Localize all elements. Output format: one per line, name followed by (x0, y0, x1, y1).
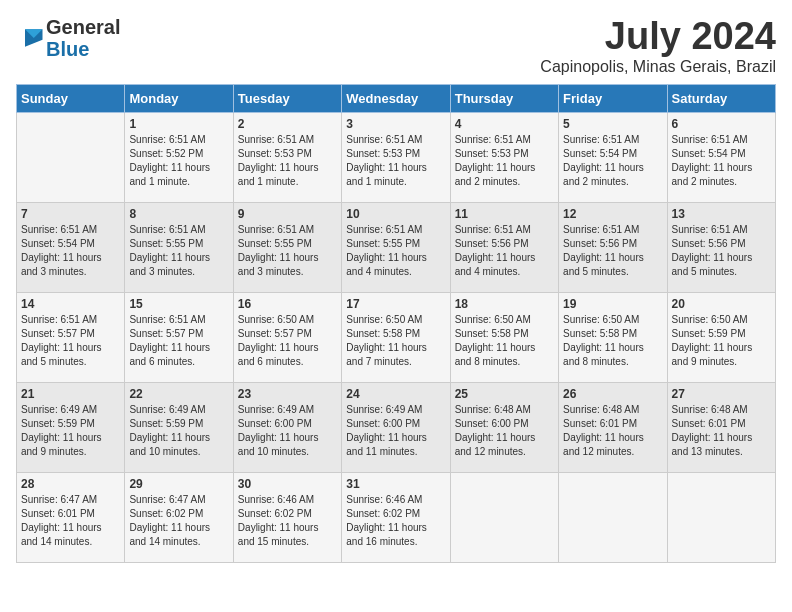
day-number: 29 (129, 477, 228, 491)
cell-info: Sunrise: 6:48 AMSunset: 6:01 PMDaylight:… (563, 403, 662, 459)
cell-info: Sunrise: 6:51 AMSunset: 5:56 PMDaylight:… (672, 223, 771, 279)
cell-info: Sunrise: 6:47 AMSunset: 6:01 PMDaylight:… (21, 493, 120, 549)
day-number: 2 (238, 117, 337, 131)
calendar-cell: 8Sunrise: 6:51 AMSunset: 5:55 PMDaylight… (125, 202, 233, 292)
week-row-5: 28Sunrise: 6:47 AMSunset: 6:01 PMDayligh… (17, 472, 776, 562)
week-row-3: 14Sunrise: 6:51 AMSunset: 5:57 PMDayligh… (17, 292, 776, 382)
day-number: 15 (129, 297, 228, 311)
calendar-cell (17, 112, 125, 202)
cell-info: Sunrise: 6:46 AMSunset: 6:02 PMDaylight:… (238, 493, 337, 549)
day-number: 25 (455, 387, 554, 401)
day-number: 18 (455, 297, 554, 311)
cell-info: Sunrise: 6:50 AMSunset: 5:58 PMDaylight:… (346, 313, 445, 369)
day-number: 4 (455, 117, 554, 131)
logo-icon (18, 24, 46, 52)
cell-info: Sunrise: 6:51 AMSunset: 5:52 PMDaylight:… (129, 133, 228, 189)
cell-info: Sunrise: 6:51 AMSunset: 5:53 PMDaylight:… (455, 133, 554, 189)
cell-info: Sunrise: 6:51 AMSunset: 5:54 PMDaylight:… (563, 133, 662, 189)
cell-info: Sunrise: 6:51 AMSunset: 5:55 PMDaylight:… (346, 223, 445, 279)
cell-info: Sunrise: 6:51 AMSunset: 5:56 PMDaylight:… (563, 223, 662, 279)
calendar-cell: 3Sunrise: 6:51 AMSunset: 5:53 PMDaylight… (342, 112, 450, 202)
day-header-monday: Monday (125, 84, 233, 112)
day-number: 16 (238, 297, 337, 311)
cell-info: Sunrise: 6:48 AMSunset: 6:01 PMDaylight:… (672, 403, 771, 459)
calendar-cell: 15Sunrise: 6:51 AMSunset: 5:57 PMDayligh… (125, 292, 233, 382)
calendar-cell (667, 472, 775, 562)
cell-info: Sunrise: 6:49 AMSunset: 5:59 PMDaylight:… (129, 403, 228, 459)
day-header-wednesday: Wednesday (342, 84, 450, 112)
calendar-cell: 18Sunrise: 6:50 AMSunset: 5:58 PMDayligh… (450, 292, 558, 382)
calendar-cell: 29Sunrise: 6:47 AMSunset: 6:02 PMDayligh… (125, 472, 233, 562)
cell-info: Sunrise: 6:50 AMSunset: 5:58 PMDaylight:… (563, 313, 662, 369)
day-number: 5 (563, 117, 662, 131)
calendar-cell: 26Sunrise: 6:48 AMSunset: 6:01 PMDayligh… (559, 382, 667, 472)
day-number: 11 (455, 207, 554, 221)
cell-info: Sunrise: 6:51 AMSunset: 5:57 PMDaylight:… (129, 313, 228, 369)
calendar-cell: 25Sunrise: 6:48 AMSunset: 6:00 PMDayligh… (450, 382, 558, 472)
day-header-sunday: Sunday (17, 84, 125, 112)
day-number: 9 (238, 207, 337, 221)
week-row-2: 7Sunrise: 6:51 AMSunset: 5:54 PMDaylight… (17, 202, 776, 292)
cell-info: Sunrise: 6:48 AMSunset: 6:00 PMDaylight:… (455, 403, 554, 459)
calendar-cell: 11Sunrise: 6:51 AMSunset: 5:56 PMDayligh… (450, 202, 558, 292)
calendar-cell: 7Sunrise: 6:51 AMSunset: 5:54 PMDaylight… (17, 202, 125, 292)
calendar-cell: 21Sunrise: 6:49 AMSunset: 5:59 PMDayligh… (17, 382, 125, 472)
day-number: 10 (346, 207, 445, 221)
week-row-4: 21Sunrise: 6:49 AMSunset: 5:59 PMDayligh… (17, 382, 776, 472)
calendar-cell: 31Sunrise: 6:46 AMSunset: 6:02 PMDayligh… (342, 472, 450, 562)
day-header-tuesday: Tuesday (233, 84, 341, 112)
day-number: 27 (672, 387, 771, 401)
calendar-cell: 4Sunrise: 6:51 AMSunset: 5:53 PMDaylight… (450, 112, 558, 202)
page-header: General Blue July 2024 Capinopolis, Mina… (16, 16, 776, 76)
calendar-cell: 22Sunrise: 6:49 AMSunset: 5:59 PMDayligh… (125, 382, 233, 472)
day-number: 3 (346, 117, 445, 131)
day-header-thursday: Thursday (450, 84, 558, 112)
cell-info: Sunrise: 6:51 AMSunset: 5:53 PMDaylight:… (346, 133, 445, 189)
month-title: July 2024 (540, 16, 776, 58)
cell-info: Sunrise: 6:51 AMSunset: 5:53 PMDaylight:… (238, 133, 337, 189)
calendar-cell: 2Sunrise: 6:51 AMSunset: 5:53 PMDaylight… (233, 112, 341, 202)
day-number: 12 (563, 207, 662, 221)
day-number: 6 (672, 117, 771, 131)
cell-info: Sunrise: 6:50 AMSunset: 5:59 PMDaylight:… (672, 313, 771, 369)
calendar-cell: 9Sunrise: 6:51 AMSunset: 5:55 PMDaylight… (233, 202, 341, 292)
day-number: 21 (21, 387, 120, 401)
calendar-cell: 17Sunrise: 6:50 AMSunset: 5:58 PMDayligh… (342, 292, 450, 382)
calendar-cell: 16Sunrise: 6:50 AMSunset: 5:57 PMDayligh… (233, 292, 341, 382)
cell-info: Sunrise: 6:50 AMSunset: 5:57 PMDaylight:… (238, 313, 337, 369)
calendar-cell: 10Sunrise: 6:51 AMSunset: 5:55 PMDayligh… (342, 202, 450, 292)
calendar-cell: 1Sunrise: 6:51 AMSunset: 5:52 PMDaylight… (125, 112, 233, 202)
location: Capinopolis, Minas Gerais, Brazil (540, 58, 776, 76)
logo-text: General Blue (46, 16, 120, 60)
day-number: 1 (129, 117, 228, 131)
logo: General Blue (16, 16, 120, 60)
day-number: 17 (346, 297, 445, 311)
calendar-cell (559, 472, 667, 562)
calendar-cell: 23Sunrise: 6:49 AMSunset: 6:00 PMDayligh… (233, 382, 341, 472)
calendar-cell: 14Sunrise: 6:51 AMSunset: 5:57 PMDayligh… (17, 292, 125, 382)
day-number: 20 (672, 297, 771, 311)
cell-info: Sunrise: 6:46 AMSunset: 6:02 PMDaylight:… (346, 493, 445, 549)
calendar-cell: 27Sunrise: 6:48 AMSunset: 6:01 PMDayligh… (667, 382, 775, 472)
day-number: 8 (129, 207, 228, 221)
day-number: 22 (129, 387, 228, 401)
day-number: 7 (21, 207, 120, 221)
title-area: July 2024 Capinopolis, Minas Gerais, Bra… (540, 16, 776, 76)
day-number: 19 (563, 297, 662, 311)
cell-info: Sunrise: 6:50 AMSunset: 5:58 PMDaylight:… (455, 313, 554, 369)
cell-info: Sunrise: 6:51 AMSunset: 5:55 PMDaylight:… (238, 223, 337, 279)
day-header-friday: Friday (559, 84, 667, 112)
cell-info: Sunrise: 6:47 AMSunset: 6:02 PMDaylight:… (129, 493, 228, 549)
calendar-cell: 24Sunrise: 6:49 AMSunset: 6:00 PMDayligh… (342, 382, 450, 472)
cell-info: Sunrise: 6:49 AMSunset: 6:00 PMDaylight:… (238, 403, 337, 459)
calendar-cell: 6Sunrise: 6:51 AMSunset: 5:54 PMDaylight… (667, 112, 775, 202)
day-number: 13 (672, 207, 771, 221)
calendar-cell: 12Sunrise: 6:51 AMSunset: 5:56 PMDayligh… (559, 202, 667, 292)
cell-info: Sunrise: 6:51 AMSunset: 5:54 PMDaylight:… (672, 133, 771, 189)
day-number: 24 (346, 387, 445, 401)
cell-info: Sunrise: 6:51 AMSunset: 5:55 PMDaylight:… (129, 223, 228, 279)
cell-info: Sunrise: 6:51 AMSunset: 5:54 PMDaylight:… (21, 223, 120, 279)
header-row: SundayMondayTuesdayWednesdayThursdayFrid… (17, 84, 776, 112)
cell-info: Sunrise: 6:51 AMSunset: 5:56 PMDaylight:… (455, 223, 554, 279)
calendar-cell: 20Sunrise: 6:50 AMSunset: 5:59 PMDayligh… (667, 292, 775, 382)
